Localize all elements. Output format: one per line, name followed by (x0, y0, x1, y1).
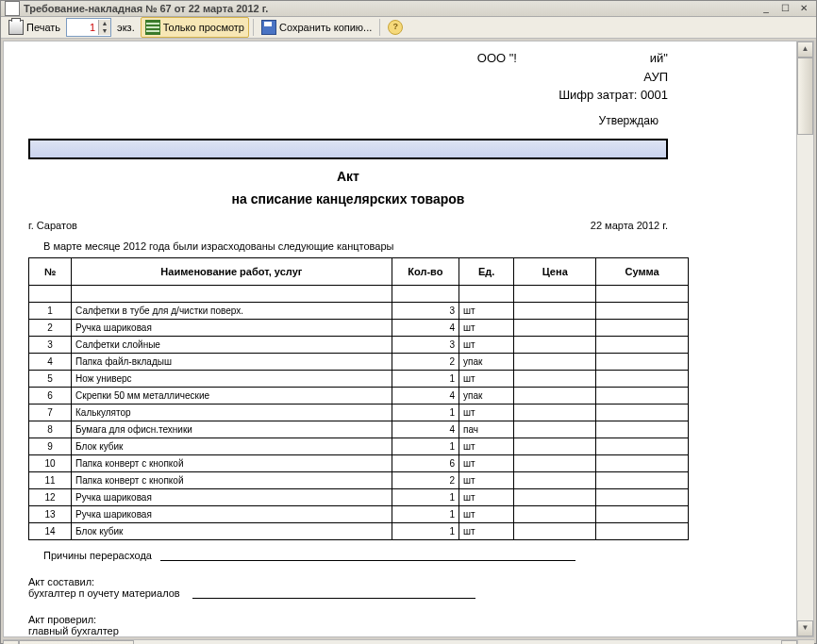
scroll-track[interactable] (797, 58, 813, 620)
table-row: 2Ручка шариковая4шт (29, 319, 689, 336)
col-qty: Кол-во (392, 257, 459, 285)
horizontal-scrollbar[interactable]: ◄ ► (3, 639, 814, 645)
window-title: Требование-накладная № 67 от 22 марта 20… (24, 3, 268, 14)
cell-name: Скрепки 50 мм металлические (72, 387, 392, 404)
cell-qty: 1 (392, 505, 459, 522)
cell-name: Ручка шариковая (72, 505, 392, 522)
cell-n: 7 (29, 404, 72, 421)
cost-code: Шифр затрат: 0001 (28, 86, 668, 105)
cell-unit (459, 285, 514, 302)
cell-qty: 1 (392, 522, 459, 539)
composed-label: Акт составил: (28, 576, 772, 587)
cell-name: Блок кубик (72, 522, 392, 539)
cell-n: 6 (29, 387, 72, 404)
table-header-row: № Наименование работ, услуг Кол-во Ед. Ц… (29, 257, 689, 285)
close-button[interactable]: ✕ (795, 2, 812, 15)
hscroll-track[interactable] (19, 640, 781, 645)
copies-down[interactable]: ▼ (98, 27, 110, 35)
cell-name: Салфетки слойные (72, 336, 392, 353)
view-only-button[interactable]: Только просмотр (141, 17, 249, 38)
cell-price (514, 488, 596, 505)
col-price: Цена (514, 257, 596, 285)
cell-sum (596, 438, 689, 454)
selection-bar[interactable] (28, 139, 668, 159)
vertical-scrollbar[interactable]: ▲ ▼ (796, 41, 813, 636)
cell-n: 9 (29, 438, 72, 454)
cell-price (514, 302, 596, 319)
scroll-corner (797, 640, 814, 645)
cell-name: Салфетки в тубе для д/чистки поверх. (72, 302, 392, 319)
hscroll-thumb[interactable] (19, 640, 134, 645)
table-row: 4Папка файл-вкладыш2упак (29, 353, 689, 370)
cell-price (514, 336, 596, 353)
cell-name: Ручка шариковая (72, 488, 392, 505)
document-viewport[interactable]: ООО "! ий" АУП Шифр затрат: 0001 Утвержд… (4, 41, 796, 636)
table-row: 5Нож универс1шт (29, 370, 689, 387)
cell-unit: шт (459, 488, 514, 505)
cell-n: 12 (29, 488, 72, 505)
cell-name: Нож универс (72, 370, 392, 387)
col-sum: Сумма (596, 257, 689, 285)
cell-name (72, 285, 392, 302)
cell-qty: 2 (392, 353, 459, 370)
composed-role: бухгалтер п оучету материалов (28, 587, 180, 599)
table-row: 14Блок кубик1шт (29, 522, 689, 539)
cell-name: Папка конверт с кнопкой (72, 454, 392, 471)
cell-n: 14 (29, 522, 72, 539)
cell-sum (596, 387, 689, 404)
scroll-down-button[interactable]: ▼ (797, 620, 813, 636)
reason-label: Причины перерасхода (43, 550, 152, 561)
cell-unit: шт (459, 438, 514, 454)
cell-n: 3 (29, 336, 72, 353)
minimize-button[interactable]: _ (758, 2, 775, 15)
scroll-right-button[interactable]: ► (781, 640, 797, 645)
approve-label: Утверждаю (28, 114, 659, 127)
content-area: ООО "! ий" АУП Шифр затрат: 0001 Утвержд… (3, 41, 814, 637)
cell-sum (596, 421, 689, 438)
cell-n: 4 (29, 353, 72, 370)
save-copy-label: Сохранить копию... (279, 22, 372, 33)
cell-unit: шт (459, 404, 514, 421)
cell-qty: 4 (392, 421, 459, 438)
maximize-button[interactable]: ☐ (776, 2, 793, 15)
cell-sum (596, 302, 689, 319)
help-button[interactable]: ? (384, 18, 407, 37)
scroll-left-button[interactable]: ◄ (3, 640, 19, 645)
cell-unit: шт (459, 370, 514, 387)
print-button[interactable]: Печать (5, 18, 64, 37)
cell-price (514, 404, 596, 421)
view-only-label: Только просмотр (163, 22, 244, 33)
intro-text: В марте месяце 2012 года были израсходов… (43, 240, 772, 252)
document-icon (5, 1, 20, 16)
copies-stepper[interactable]: ▲ ▼ (66, 18, 111, 37)
scroll-thumb[interactable] (797, 58, 813, 135)
cell-qty (392, 285, 459, 302)
cell-price (514, 454, 596, 471)
copies-input[interactable] (67, 21, 98, 34)
cell-price (514, 370, 596, 387)
cell-sum (596, 488, 689, 505)
copies-up[interactable]: ▲ (98, 20, 110, 27)
scroll-up-button[interactable]: ▲ (797, 41, 813, 58)
table-row: 12Ручка шариковая1шт (29, 488, 689, 505)
cell-unit: шт (459, 522, 514, 539)
cell-name: Папка конверт с кнопкой (72, 471, 392, 488)
cell-n: 1 (29, 302, 72, 319)
document-page: ООО "! ий" АУП Шифр затрат: 0001 Утвержд… (4, 41, 796, 636)
dept-line: АУП (28, 68, 668, 87)
cell-qty: 2 (392, 471, 459, 488)
table-row: 11Папка конверт с кнопкой2шт (29, 471, 689, 488)
table-row: 1Салфетки в тубе для д/чистки поверх.3шт (29, 302, 689, 319)
cell-unit: упак (459, 353, 514, 370)
cell-unit: шт (459, 319, 514, 336)
items-table: № Наименование работ, услуг Кол-во Ед. Ц… (28, 257, 689, 540)
cell-sum (596, 522, 689, 539)
cell-name: Блок кубик (72, 438, 392, 454)
cell-sum (596, 471, 689, 488)
cell-price (514, 438, 596, 454)
col-unit: Ед. (459, 257, 514, 285)
cell-price (514, 285, 596, 302)
table-row: 13Ручка шариковая1шт (29, 505, 689, 522)
cell-n: 10 (29, 454, 72, 471)
save-copy-button[interactable]: Сохранить копию... (258, 18, 375, 37)
